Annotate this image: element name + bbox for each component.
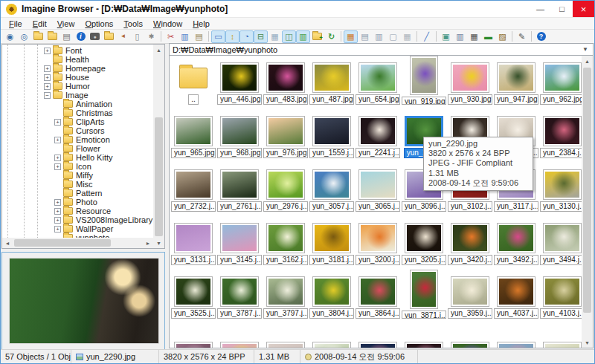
expand-icon[interactable]: + (54, 226, 61, 233)
thumbnail-item[interactable] (263, 323, 309, 348)
camera-button[interactable] (88, 30, 102, 43)
tree-panel-button[interactable] (254, 30, 268, 43)
expand-icon[interactable]: + (54, 155, 61, 161)
thumbnail-item[interactable] (355, 323, 401, 348)
thumbnail-item[interactable]: yun_3130.j... (539, 163, 585, 216)
preview-panel-button[interactable] (282, 30, 296, 43)
tree-item-hello-kitty[interactable]: +Hello Kitty (2, 153, 153, 162)
layout-c-button[interactable] (372, 30, 386, 43)
parent-folder-item[interactable]: .. (170, 56, 216, 109)
thumbnail-item[interactable]: yun_3420.j... (447, 216, 493, 270)
menu-help[interactable]: Help (187, 19, 215, 29)
thumbnail-item[interactable]: yun_947.jpg (493, 56, 539, 109)
layout-d-button[interactable] (386, 30, 400, 43)
tree-item-pattern[interactable]: Pattern (2, 189, 153, 198)
chevron-down-icon[interactable]: ▼ (581, 46, 590, 53)
thumbnail-item[interactable]: yun_4103.j... (539, 270, 585, 323)
thumbnail-item[interactable] (493, 323, 539, 348)
collapse-icon[interactable]: − (44, 92, 51, 99)
window-panel-button[interactable] (211, 30, 225, 43)
thumbnail-item[interactable]: yun_3131.j... (170, 216, 216, 270)
folder-new-button[interactable] (102, 30, 116, 43)
menu-edit[interactable]: Edit (28, 19, 52, 29)
address-path[interactable]: D:₩Data₩Image₩yunphoto (173, 45, 581, 54)
expand-icon[interactable]: + (44, 48, 51, 54)
menu-view[interactable]: View (52, 19, 80, 29)
thumbnail-item[interactable]: yun_976.jpg (263, 109, 309, 163)
scroll-left-icon[interactable]: ◄ (2, 238, 13, 248)
pencil-button[interactable] (515, 30, 529, 43)
info-button[interactable] (74, 30, 88, 43)
thumbnail-item[interactable]: yun_3797.j... (263, 270, 309, 323)
thumbnail-item[interactable] (539, 323, 585, 348)
expand-icon[interactable]: + (44, 74, 51, 81)
layout-b-button[interactable] (358, 30, 372, 43)
scroll-right-icon[interactable]: ► (143, 238, 153, 248)
thumbnail-item[interactable]: yun_919.jpg (401, 56, 447, 109)
expand-icon[interactable]: + (54, 119, 61, 126)
tree-item-misc[interactable]: Misc (2, 180, 153, 189)
thumbnail-item[interactable] (447, 323, 493, 348)
thumbnail-item[interactable]: yun_965.jpg (170, 109, 216, 163)
thumbnail-item[interactable]: yun_3959.j... (447, 270, 493, 323)
tree-item-cursors[interactable]: Cursors (2, 126, 153, 135)
grid-lines-button[interactable] (268, 30, 282, 43)
expand-icon[interactable]: + (54, 163, 61, 170)
thumbnail-item[interactable]: yun_2384.j... (539, 109, 585, 163)
thumbnail-item[interactable]: yun_2732.j... (170, 163, 216, 216)
thumbnail-item[interactable]: yun_3181.j... (309, 216, 355, 270)
thumbnail-item[interactable]: yun_3492.j... (493, 216, 539, 270)
filmstrip-button[interactable] (296, 30, 310, 43)
image-save-button[interactable] (467, 30, 481, 43)
film-green-button[interactable] (481, 30, 495, 43)
thumbnail-item[interactable]: yun_483.jpg (263, 56, 309, 109)
thumbnail-item[interactable]: yun_3494.j... (539, 216, 585, 270)
tree-item-icon[interactable]: +Icon (2, 162, 153, 171)
thumbnail-item[interactable]: yun_3804.j... (309, 270, 355, 323)
tree-item-christmas[interactable]: Christmas (2, 108, 153, 117)
tree-item-font[interactable]: +Font (2, 46, 153, 55)
list-vertical-scrollbar[interactable]: ▲ ▼ (582, 56, 593, 348)
sort-manager-button[interactable] (225, 30, 239, 43)
tree-item-miffy[interactable]: Miffy (2, 171, 153, 180)
layout-a-button[interactable] (344, 30, 358, 43)
image-edit-button[interactable] (495, 30, 509, 43)
thumbnail-item[interactable]: yun_3871.j... (401, 270, 447, 323)
tree-scrollbar-thumb[interactable] (155, 117, 163, 236)
thumbnail-item[interactable]: yun_930.jpg (447, 56, 493, 109)
tree-item-health[interactable]: Health (2, 55, 153, 64)
thumbnail-item[interactable]: yun_1559.j... (309, 109, 355, 163)
thumbnail-item[interactable]: yun_968.jpg (216, 109, 263, 163)
thumbnail-item[interactable]: yun_3864.j... (355, 270, 401, 323)
expand-icon[interactable]: + (44, 83, 51, 90)
thumbnail-item[interactable]: yun_962.jpg (539, 56, 585, 109)
wrench-button[interactable] (419, 30, 434, 43)
expand-icon[interactable]: + (54, 208, 61, 215)
paste-button[interactable] (192, 30, 206, 43)
tree-item-image[interactable]: −Image (2, 91, 153, 100)
tree-item-humor[interactable]: +Humor (2, 82, 153, 91)
menu-tools[interactable]: Tools (118, 19, 148, 29)
tree-item-homepage[interactable]: +Homepage (2, 64, 153, 73)
thumbnail-item[interactable]: yun_3787.j... (216, 270, 263, 323)
thumbnail-item[interactable]: yun_2976.j... (263, 163, 309, 216)
thumbnail-item[interactable]: yun_3057.j... (309, 163, 355, 216)
menu-file[interactable]: File (4, 19, 28, 29)
image-cd-button[interactable] (439, 30, 453, 43)
thumbnail-item[interactable]: yun_3145.j... (216, 216, 263, 270)
tree-vertical-scrollbar[interactable]: ▲ ▼ (153, 45, 164, 248)
tree-item-resource[interactable]: +Resource (2, 207, 153, 215)
tree-hscrollbar-thumb[interactable] (14, 239, 111, 247)
tree-item-wallpaper[interactable]: +WallPaper (2, 224, 153, 233)
folder-add-button[interactable]: + (310, 30, 324, 43)
help-button[interactable] (534, 30, 548, 43)
close-button[interactable]: × (573, 1, 594, 17)
thumbnail-item[interactable]: yun_2241.j... (355, 109, 401, 163)
thumbnail-item[interactable] (401, 323, 447, 348)
copy-button[interactable] (178, 30, 192, 43)
thumbnail-item[interactable] (309, 323, 355, 348)
maximize-button[interactable]: □ (551, 1, 573, 17)
thumbnail-item[interactable]: yun_4037.j... (493, 270, 539, 323)
refresh-button[interactable] (324, 30, 338, 43)
image-copy-button[interactable] (453, 30, 467, 43)
